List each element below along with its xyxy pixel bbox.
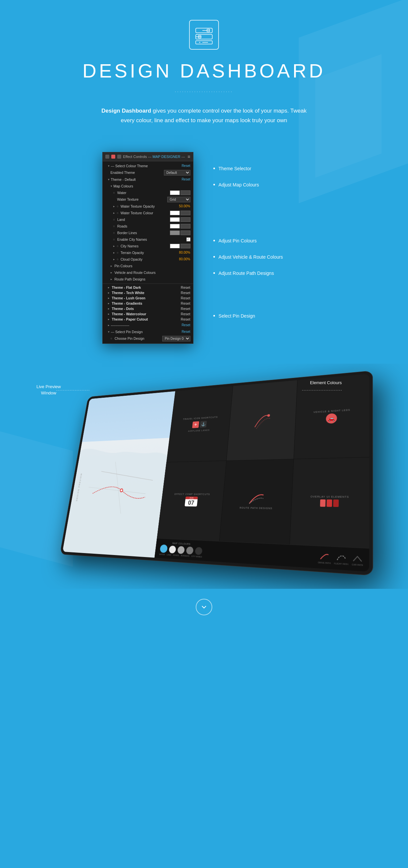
theme-gradients: ▸ Theme - Gradients Reset (103, 301, 193, 306)
overlay-cell: OVERLAY UI ELEMENTS (290, 457, 369, 548)
enabled-theme-row: Enabled Theme Default (103, 169, 193, 176)
theme-watercolour: ▸ Theme - Watercolour Reset (103, 311, 193, 317)
enable-city-names-checkbox[interactable]: ✓ (186, 238, 190, 241)
effect-controls-panel: Effect Controls --- MAP DESIGNER --- ≡ ▾… (102, 152, 193, 344)
hero-dots: ........................ (175, 88, 233, 93)
travel-icon-cell: TRAVEL ICON SHORTCUTS ✈ ⚓ AIRPLANE LANES (166, 386, 233, 462)
select-pin-design-row: ▾ --- Select Pin Design Reset (103, 329, 193, 335)
tablet-section: Live PreviewWindow Element Colours DESIG… (0, 364, 408, 589)
city-names-color-1[interactable] (170, 244, 180, 248)
tablet-mockup: DESIGN PREVIEW (60, 371, 373, 576)
annotation-pin-colours: Adjust Pin Colours (213, 238, 306, 244)
panel-title: Effect Controls --- MAP DESIGNER --- (123, 155, 186, 159)
border-color-2[interactable] (181, 230, 190, 235)
route-path-designs-row: ▸ Route Path Designs (103, 276, 193, 282)
controls-grid: TRAVEL ICON SHORTCUTS ✈ ⚓ AIRPLANE LANES (157, 374, 370, 548)
svg-point-9 (199, 42, 200, 43)
water-row: ○ Water (103, 189, 193, 196)
water-color-box-1[interactable] (170, 190, 180, 195)
theme-flat-dark: ▸ Theme - Flat Dark Reset (103, 285, 193, 290)
select-colour-theme-row: ▾ --- Select Colour Theme Reset (103, 163, 193, 169)
theme-default-row: ▾ Theme - Default Reset (103, 176, 193, 183)
land-color-2[interactable] (181, 217, 190, 222)
annotation-theme-selector: Theme Selector (213, 165, 306, 172)
annotation-adjust-map: Adjust Map Colours (213, 182, 306, 188)
reset-flat-dark[interactable]: Reset (181, 285, 190, 289)
panel-body: ▾ --- Select Colour Theme Reset Enabled … (103, 161, 193, 343)
hero-section: DESIGN DASHBOARD .......................… (0, 0, 408, 139)
reset-paper-cutout[interactable]: Reset (181, 317, 190, 321)
panel-yellow-btn[interactable] (117, 155, 121, 159)
panel-menu-icon[interactable]: ≡ (187, 154, 190, 159)
car-icon[interactable]: 🚗 (326, 413, 337, 424)
bottom-chevron-section (0, 589, 408, 632)
enabled-theme-select[interactable]: Default (164, 170, 190, 176)
reset-btn-default[interactable]: Reset (182, 178, 190, 181)
panel-red-btn[interactable] (111, 155, 115, 159)
panel-close-btn[interactable] (105, 155, 109, 159)
effect-comp-cell: EFFECT COMP SHORTCUTS AUG 07 (157, 461, 226, 541)
panel-annotations: Theme Selector Adjust Map Colours Adjust… (213, 145, 306, 344)
panel-divider-row: ▸ ---------------- Reset (103, 322, 193, 329)
city-names-color-2[interactable] (181, 244, 190, 248)
chevron-button[interactable] (196, 599, 212, 615)
vehicle-route-colours-row: ▸ Vehicle and Route Colours (103, 269, 193, 276)
roads-row: ○ Roads (103, 223, 193, 229)
roads-color-1[interactable] (170, 224, 180, 228)
water-texture-opacity-row: ▸ ○ Water Texture Opacity 50.00% (103, 203, 193, 210)
reset-btn-theme[interactable]: Reset (182, 164, 190, 167)
annotation-select-pin: Select Pin Design (213, 313, 306, 319)
annotation-route-path: Adjust Route Path Designs (213, 270, 306, 277)
border-color-1[interactable] (170, 230, 180, 235)
water-texture-color-2[interactable] (181, 211, 190, 215)
theme-lush-green: ▸ Theme - Lush Green Reset (103, 296, 193, 301)
water-texture-row: Water Texture Grid (103, 196, 193, 203)
hero-icon (189, 20, 219, 50)
airplane-icon[interactable]: ✈ (192, 421, 199, 428)
reset-tech-white[interactable]: Reset (181, 291, 190, 295)
water-texture-color-1[interactable] (170, 211, 180, 215)
land-color-1[interactable] (170, 217, 180, 222)
pin-design-select[interactable]: Pin Design 04 (162, 336, 190, 341)
map-colours-row: ▾ Map Colours (103, 183, 193, 189)
ship-icon[interactable]: ⚓ (200, 421, 207, 428)
hero-description-bold: Design Dashboard (101, 107, 151, 114)
city-names-row: ▸ ○ City Names (103, 243, 193, 249)
reset-divider[interactable]: Reset (182, 323, 190, 327)
pin-colours-row: ▸ Pin Colours (103, 262, 193, 269)
borders-circle[interactable] (186, 547, 193, 554)
water-texture-colour-row: ▸ ○ Water Texture Colour (103, 210, 193, 216)
reset-dots[interactable]: Reset (181, 307, 190, 311)
theme-paper-cutout: ▸ Theme - Paper Cutout Reset (103, 317, 193, 322)
svg-point-3 (208, 30, 209, 31)
water-circle[interactable] (160, 545, 168, 553)
hero-description: Design Dashboard gives you complete cont… (88, 106, 320, 125)
tablet-controls-panel: TRAVEL ICON SHORTCUTS ✈ ⚓ AIRPLANE LANES (155, 374, 370, 571)
cloud-opacity-row: ▸ ○ Cloud Opacity 80.00% (103, 256, 193, 262)
tablet-frame: DESIGN PREVIEW (60, 371, 373, 576)
route-path-middle-cell: ROUTE PATH DESIGNS (220, 459, 294, 544)
svg-point-7 (199, 36, 200, 37)
reset-watercolour[interactable]: Reset (181, 312, 190, 316)
roads-color-2[interactable] (181, 224, 190, 228)
path-preview-cell (226, 380, 297, 461)
choose-pin-design-row: ○ Choose Pin Design Pin Design 04 (103, 335, 193, 342)
live-preview-label: Live PreviewWindow (36, 383, 61, 396)
roads-circle[interactable] (177, 546, 185, 554)
water-texture-select[interactable]: Grid (167, 197, 190, 203)
reset-pin-design[interactable]: Reset (182, 330, 190, 334)
land-row: ○ Land (103, 216, 193, 223)
enable-city-names-row: ○ Enable City Names ✓ (103, 236, 193, 243)
annotation-vehicle-route: Adjust Vehicle & Route Colours (213, 254, 306, 260)
water-color-box-2[interactable] (181, 190, 190, 195)
land-circle[interactable] (168, 546, 176, 553)
theme-dots: ▸ Theme - Dots Reset (103, 306, 193, 311)
svg-point-16 (267, 414, 270, 416)
page-title: DESIGN DASHBOARD (83, 60, 325, 82)
citynames-circle[interactable] (195, 547, 203, 555)
reset-gradients[interactable]: Reset (181, 301, 190, 305)
terrain-opacity-row: ▸ ○ Terrain Opacity 80.00% (103, 249, 193, 256)
vehicle-night-cell: VEHICLE & NIGHT LEDS 🚗 (294, 374, 369, 459)
theme-tech-white: ▸ Theme - Tech White Reset (103, 290, 193, 296)
reset-lush-green[interactable]: Reset (181, 296, 190, 300)
